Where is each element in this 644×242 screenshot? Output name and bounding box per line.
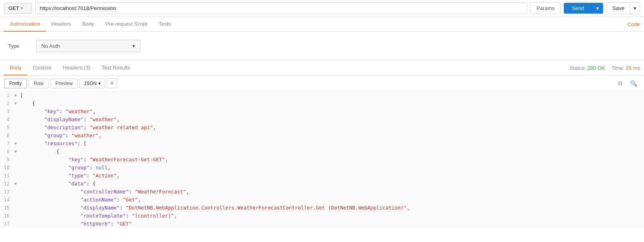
line-number: 15 xyxy=(0,204,14,212)
code-content: "displayName": "DotNetNB.WebApplication.… xyxy=(20,204,410,212)
code-content: [ xyxy=(20,92,23,100)
top-bar: GET ▾ Params Send ▾ Save ▾ xyxy=(0,0,644,17)
send-btn-group: Send ▾ xyxy=(564,3,603,14)
code-line: 4 "displayName": "weather", xyxy=(0,116,644,124)
code-content: "group": null, xyxy=(20,164,111,172)
fold-arrow[interactable]: ▼ xyxy=(14,92,20,100)
code-content: "controllerName": "WeatherForecast", xyxy=(20,188,189,196)
url-input[interactable] xyxy=(35,2,527,14)
fold-arrow xyxy=(14,196,20,204)
tab-headers[interactable]: Headers xyxy=(46,17,77,32)
code-line: 3 "key": "weather", xyxy=(0,108,644,116)
save-button[interactable]: Save xyxy=(606,2,630,14)
code-content: "key": "weather", xyxy=(20,108,95,116)
fold-arrow xyxy=(14,156,20,164)
code-content: { xyxy=(20,100,35,108)
fold-arrow xyxy=(14,124,20,132)
fold-arrow xyxy=(14,204,20,212)
code-line: 16 "routeTemplate": "[controller]", xyxy=(0,212,644,220)
fold-arrow xyxy=(14,132,20,140)
fold-arrow xyxy=(14,108,20,116)
auth-type-dropdown[interactable]: No Auth ▾ xyxy=(36,40,140,52)
send-button[interactable]: Send xyxy=(564,3,592,14)
raw-button[interactable]: Raw xyxy=(28,79,49,88)
code-line: 6 "group": "weather", xyxy=(0,132,644,140)
code-content: { xyxy=(20,148,59,156)
code-content: "data": { xyxy=(20,180,95,188)
fold-arrow xyxy=(14,164,20,172)
code-content: "group": "weather", xyxy=(20,132,102,140)
line-number: 13 xyxy=(0,188,14,196)
code-line: 9 "key": "WeatherForecast-Get-GET", xyxy=(0,156,644,164)
line-number: 2 xyxy=(0,100,14,108)
code-content: "resources": [ xyxy=(20,140,87,148)
tab-test-results[interactable]: Test Results xyxy=(96,61,136,75)
code-line: 5 "description": "weather related api", xyxy=(0,124,644,132)
tab-tests[interactable]: Tests xyxy=(153,17,176,32)
code-content: "displayName": "weather", xyxy=(20,116,120,124)
format-chevron-icon: ▾ xyxy=(98,81,101,86)
line-number: 1 xyxy=(0,92,14,100)
line-number: 7 xyxy=(0,140,14,148)
line-number: 4 xyxy=(0,116,14,124)
method-dropdown[interactable]: GET ▾ xyxy=(4,3,32,14)
code-content: "httpVerb": "GET" xyxy=(20,220,132,228)
tab-response-body[interactable]: Body xyxy=(4,61,27,75)
auth-type-value: No Auth xyxy=(41,43,60,49)
code-container[interactable]: 1▼[2▼ {3 "key": "weather",4 "displayName… xyxy=(0,92,644,228)
fold-arrow xyxy=(14,172,20,180)
save-btn-group: Save ▾ xyxy=(606,2,640,14)
wrap-button[interactable]: ≡ xyxy=(107,78,117,88)
auth-type-label: Type xyxy=(8,43,24,49)
code-line: 17 "httpVerb": "GET" xyxy=(0,220,644,228)
fold-arrow xyxy=(14,212,20,220)
format-value: JSON xyxy=(84,81,97,86)
pretty-button[interactable]: Pretty xyxy=(4,79,27,88)
auth-chevron-icon: ▾ xyxy=(132,43,135,49)
chevron-down-icon: ▾ xyxy=(21,6,23,10)
line-number: 5 xyxy=(0,124,14,132)
tab-cookies[interactable]: Cookies xyxy=(27,61,57,75)
time-value: 35 ms xyxy=(626,65,640,71)
tab-authorization[interactable]: Authorization xyxy=(4,17,46,32)
code-line: 1▼[ xyxy=(0,92,644,100)
save-dropdown-button[interactable]: ▾ xyxy=(630,2,640,14)
fold-arrow xyxy=(14,220,20,228)
code-content: "description": "weather related api", xyxy=(20,124,156,132)
code-line: 2▼ { xyxy=(0,100,644,108)
method-text: GET xyxy=(8,5,19,11)
status-value: 200 OK xyxy=(587,65,605,71)
preview-button[interactable]: Preview xyxy=(50,79,78,88)
line-number: 3 xyxy=(0,108,14,116)
tab-prerequest-script[interactable]: Pre-request Script xyxy=(100,17,153,32)
fold-arrow[interactable]: ▼ xyxy=(14,100,20,108)
copy-button[interactable]: ⧉ xyxy=(616,78,625,89)
code-link[interactable]: Code xyxy=(628,17,640,31)
fold-arrow[interactable]: ▼ xyxy=(14,180,20,188)
response-tabs-bar: Body Cookies Headers (3) Test Results St… xyxy=(0,61,644,75)
line-number: 9 xyxy=(0,156,14,164)
line-number: 16 xyxy=(0,212,14,220)
code-line: 11 "type": "Action", xyxy=(0,172,644,180)
line-number: 14 xyxy=(0,196,14,204)
status-label: Status: 200 OK xyxy=(570,65,605,71)
code-line: 10 "group": null, xyxy=(0,164,644,172)
fold-arrow xyxy=(14,116,20,124)
code-content: "routeTemplate": "[controller]", xyxy=(20,212,177,220)
format-dropdown[interactable]: JSON ▾ xyxy=(79,79,105,88)
response-toolbar: Pretty Raw Preview JSON ▾ ≡ ⧉ 🔍 xyxy=(0,75,644,92)
request-tabs: Authorization Headers Body Pre-request S… xyxy=(0,17,644,32)
line-number: 10 xyxy=(0,164,14,172)
time-label: Time: 35 ms xyxy=(611,65,640,71)
tab-response-headers[interactable]: Headers (3) xyxy=(57,61,96,75)
line-number: 6 xyxy=(0,132,14,140)
fold-arrow[interactable]: ▼ xyxy=(14,148,20,156)
params-button[interactable]: Params xyxy=(530,2,561,14)
search-button[interactable]: 🔍 xyxy=(628,78,640,89)
fold-arrow xyxy=(14,188,20,196)
send-dropdown-button[interactable]: ▾ xyxy=(592,3,603,14)
tab-body[interactable]: Body xyxy=(77,17,100,32)
code-line: 8▼ { xyxy=(0,148,644,156)
auth-section: Type No Auth ▾ xyxy=(0,32,644,61)
fold-arrow[interactable]: ▼ xyxy=(14,140,20,148)
